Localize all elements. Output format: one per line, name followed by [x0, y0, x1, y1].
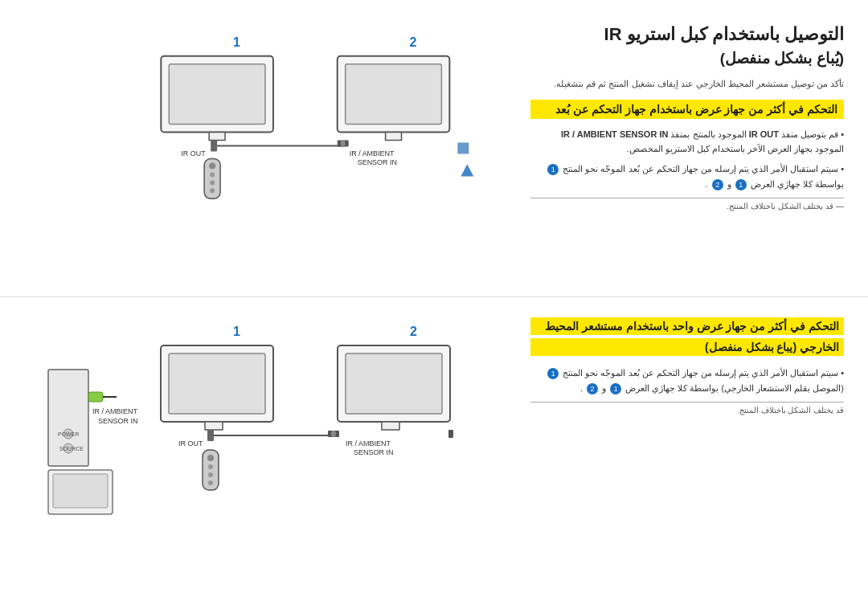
top-tv2-screen [346, 64, 442, 125]
bottom-highlight-container: التحكم في أكثر من جهاز عرض واحد باستخدام… [530, 317, 844, 356]
circle-num-bot-2: 2 [587, 383, 598, 394]
bot-remote-btn3 [208, 472, 213, 477]
circle-num-2a: 2 [712, 179, 723, 190]
top-bullet2: • سيتم استقبال الأمر الذي يتم إرسله من ج… [530, 161, 844, 191]
circle-num-1a: 1 [547, 164, 559, 175]
top-intro-text: تأكد من توصيل مستشعر المحيط الخارجي عند … [530, 77, 844, 92]
bot-green-sensor [88, 392, 103, 402]
bot-num2: 2 [410, 325, 417, 338]
top-diagram-area: 1 2 IR OUT [0, 0, 514, 296]
bot-label-irout: IR OUT [178, 439, 203, 447]
top-num1: 1 [233, 35, 240, 49]
bottom-section: 1 2 POWER SOURCE [0, 297, 868, 613]
top-diagram-svg: 1 2 IR OUT [0, 0, 514, 296]
bottom-text-area: التحكم في أكثر من جهاز عرض واحد باستخدام… [514, 297, 868, 613]
top-main-title: التوصيل باستخدام كبل استريو IR [530, 24, 844, 45]
bot-small-tv-screen [53, 474, 108, 508]
bottom-note: قد يختلف الشكل باختلاف المنتج. [530, 402, 844, 415]
top-section: 1 2 IR OUT [0, 0, 868, 297]
top-connector1 [211, 141, 217, 152]
bot-tv1-screen [169, 353, 265, 414]
top-remote-btn4 [210, 188, 215, 193]
bottom-bullet1: • سيتم استقبال الأمر الذي يتم إرسله من ج… [530, 366, 844, 395]
top-tv1-stand [209, 133, 225, 141]
bot-label-ir-ambient-left: IR / AMBIENT [92, 407, 138, 415]
top-label-irout: IR OUT [181, 149, 206, 157]
bot-plug [331, 431, 336, 437]
bot-power-label: POWER [58, 431, 79, 437]
bot-label-ir-ambient-right: IR / AMBIENT [346, 439, 391, 447]
top-blue-square [457, 143, 469, 154]
top-text-area: التوصيل باستخدام كبل استريو IR (يُباع بش… [514, 0, 868, 296]
bot-remote-btn1 [207, 455, 214, 461]
top-bullet1: • قم بتوصيل منفذ IR OUT الموجود بالمنتج … [530, 127, 844, 157]
top-label-sensor-in: SENSOR IN [358, 158, 397, 166]
circle-num-bot-1a: 1 [547, 368, 559, 379]
bot-connector1 [207, 430, 214, 441]
top-highlight-heading: التحكم في أكثر من جهاز عرض باستخدام جهاز… [530, 100, 844, 119]
top-label-ir-ambient: IR / AMBIENT [350, 149, 395, 157]
top-plug [341, 141, 346, 147]
bottom-diagram-svg: 1 2 POWER SOURCE [0, 297, 514, 613]
top-remote-btn3 [210, 180, 215, 185]
bottom-diagram-area: 1 2 POWER SOURCE [0, 297, 514, 613]
top-note: — قد يختلف الشكل باختلاف المنتج. [530, 198, 844, 210]
top-sub-title: (يُباع بشكل منفصل) [530, 49, 844, 67]
bot-label-sensor-in-left: SENSOR IN [98, 417, 138, 425]
bot-right-plug [448, 430, 453, 438]
top-tv1-screen [169, 64, 265, 125]
bot-tv2-stand [382, 422, 399, 430]
top-tv2-stand [386, 133, 402, 141]
circle-num-bot-1b: 1 [610, 383, 621, 394]
bottom-highlight-line2: الخارجي (يباع بشكل منفصل) [530, 338, 844, 356]
circle-num-1b: 1 [735, 179, 747, 190]
top-num2: 2 [409, 35, 416, 49]
bot-remote-btn2 [208, 464, 213, 469]
bot-label-sensor-in-right: SENSOR IN [354, 448, 394, 456]
bot-source-label: SOURCE [59, 446, 84, 452]
bot-tv1-stand [205, 422, 223, 430]
bottom-highlight-line1: التحكم في أكثر من جهاز عرض واحد باستخدام… [530, 317, 844, 335]
page: 1 2 IR OUT [0, 0, 868, 613]
bot-remote-btn4 [208, 480, 213, 485]
bot-tv2-screen [346, 353, 442, 414]
top-remote-btn2 [210, 172, 215, 177]
top-remote-btn1 [209, 162, 215, 169]
top-arrow-up [461, 164, 473, 176]
bot-num1: 1 [233, 325, 240, 338]
